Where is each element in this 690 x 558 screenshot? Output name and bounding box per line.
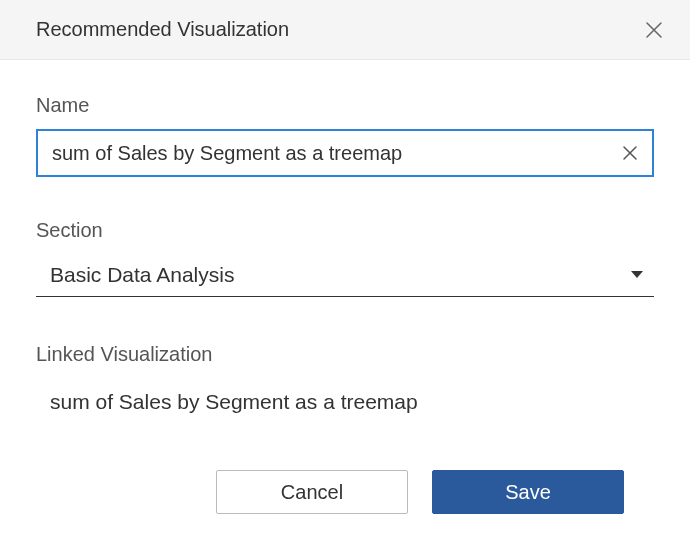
name-label: Name: [36, 94, 654, 117]
section-value: Basic Data Analysis: [36, 254, 654, 296]
save-button[interactable]: Save: [432, 470, 624, 514]
name-input[interactable]: [36, 129, 654, 177]
linked-value: sum of Sales by Segment as a treemap: [36, 378, 654, 414]
close-icon[interactable]: [640, 16, 668, 44]
dialog-footer: Cancel Save: [36, 470, 654, 514]
section-label: Section: [36, 219, 654, 242]
linked-label: Linked Visualization: [36, 343, 654, 366]
dialog-header: Recommended Visualization: [0, 0, 690, 60]
section-select[interactable]: Basic Data Analysis: [36, 254, 654, 297]
dialog-title: Recommended Visualization: [36, 18, 289, 41]
cancel-button[interactable]: Cancel: [216, 470, 408, 514]
name-input-wrapper: [36, 129, 654, 177]
dialog-body: Name Section Basic Data Analysis Linked …: [0, 60, 690, 544]
clear-icon[interactable]: [618, 141, 642, 165]
